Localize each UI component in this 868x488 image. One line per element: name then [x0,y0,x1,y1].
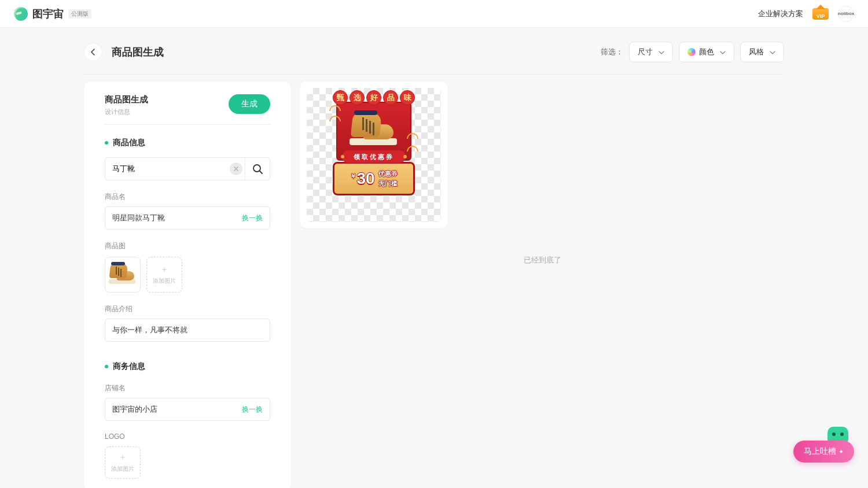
filter-bar: 筛选： 尺寸 颜色 风格 [601,42,784,62]
filter-size[interactable]: 尺寸 [629,42,673,62]
main-container: 商品图生成 设计信息 生成 商品信息 商品名 明星同款马丁靴 换一换 商品图 [84,82,784,488]
sparkle-icon: ✦ [838,448,844,456]
filter-label: 筛选： [601,47,623,57]
enterprise-link[interactable]: 企业解决方案 [758,9,803,19]
svg-point-0 [253,165,260,172]
back-button[interactable] [84,43,102,61]
logo-icon [12,5,29,22]
page-top: 商品图生成 筛选： 尺寸 颜色 风格 [84,28,784,75]
title-char: 甄 [333,90,348,105]
section-product-info: 商品信息 [105,138,270,148]
filter-size-label: 尺寸 [638,47,653,57]
config-panel: 商品图生成 设计信息 生成 商品信息 商品名 明星同款马丁靴 换一换 商品图 [84,82,291,488]
coupon-box: ￥30 优惠券 无门槛 [333,162,415,195]
brand-name: 图宇宙 [32,7,64,21]
feedback-text: 马上吐槽 [804,446,836,457]
title-char: 味 [400,90,415,105]
panel-title: 商品图生成 [105,94,148,105]
product-image-row: ＋ 添加图片 [105,257,270,293]
shop-name-label: 店铺名 [105,383,270,393]
coupon-price: ￥30 [350,169,374,188]
search-button[interactable] [245,158,270,180]
generate-button[interactable]: 生成 [229,94,270,114]
shop-name-value: 图宇宙的小店 [112,404,157,415]
title-char: 好 [366,90,381,105]
plus-icon: ＋ [160,264,168,275]
chevron-down-icon [720,49,726,54]
dot-icon [105,141,108,145]
add-logo-button[interactable]: ＋ 添加图片 [105,446,141,479]
vip-badge[interactable]: VIP [812,8,829,20]
panel-header: 商品图生成 设计信息 生成 [105,94,270,125]
section-product-info-label: 商品信息 [113,138,145,148]
chevron-left-icon [90,49,96,56]
beta-badge: 公测版 [68,9,91,19]
product-image-label: 商品图 [105,241,270,251]
logo-label: LOGO [105,432,270,441]
result-area: 甄 选 好 品 味 领取优惠券 [300,82,784,265]
filter-style-label: 风格 [749,47,764,57]
cloud-icon [407,146,418,151]
product-intro-field[interactable]: 与你一样，凡事不将就 [105,319,270,342]
filter-color[interactable]: 颜色 [679,42,734,62]
page-title: 商品图生成 [112,45,164,59]
boot-image [108,263,138,286]
add-logo-text: 添加图片 [111,465,134,473]
panel-subtitle: 设计信息 [105,108,148,116]
promo-body: 领取优惠券 [336,102,411,161]
coupon-text: 优惠券 无门槛 [378,169,398,188]
result-card[interactable]: 甄 选 好 品 味 领取优惠券 [300,82,447,228]
boot-image [347,112,400,149]
chevron-down-icon [659,49,664,54]
promo-title: 甄 选 好 品 味 [333,90,415,105]
search-icon [252,163,263,175]
product-name-field[interactable]: 明星同款马丁靴 换一换 [105,206,270,230]
plus-icon: ＋ [119,452,127,463]
product-intro-label: 商品介绍 [105,304,270,314]
end-text: 已经到底了 [300,255,784,265]
filter-style[interactable]: 风格 [740,42,784,62]
add-image-text: 添加图片 [153,277,176,285]
feedback-button[interactable]: 马上吐槽 ✦ [793,441,854,463]
search-row [105,157,270,180]
header-left: 图宇宙 公测版 [14,7,91,21]
close-icon [234,167,238,171]
product-name-label: 商品名 [105,192,270,202]
chevron-down-icon [770,49,775,54]
header: 图宇宙 公测版 企业解决方案 VIP nolibox [0,0,868,28]
filter-color-label: 颜色 [699,47,714,57]
color-wheel-icon [687,48,696,56]
cloud-icon [329,105,341,111]
title-char: 品 [383,90,398,105]
clear-button[interactable] [230,162,242,175]
page-top-left: 商品图生成 [84,43,164,61]
dot-icon [105,365,108,368]
product-thumb[interactable] [105,257,141,293]
checker-bg: 甄 选 好 品 味 领取优惠券 [307,88,441,222]
promo-banner: 领取优惠券 [342,150,406,163]
section-biz-info-label: 商务信息 [113,361,145,372]
add-image-button[interactable]: ＋ 添加图片 [146,257,182,293]
section-biz-info: 商务信息 [105,361,270,372]
product-name-value: 明星同款马丁靴 [112,213,165,223]
shop-name-field[interactable]: 图宇宙的小店 换一换 [105,398,270,421]
promo-design: 甄 选 好 品 味 领取优惠券 [330,90,418,195]
swap-name-button[interactable]: 换一换 [242,213,263,223]
cloud-icon [329,116,341,121]
product-intro-value: 与你一样，凡事不将就 [112,325,187,335]
logo-row: ＋ 添加图片 [105,446,270,479]
avatar[interactable]: nolibox [838,6,854,22]
search-input[interactable] [105,158,230,180]
title-char: 选 [350,90,365,105]
swap-shop-button[interactable]: 换一换 [242,405,263,415]
cloud-icon [407,133,418,139]
header-right: 企业解决方案 VIP nolibox [758,6,854,22]
